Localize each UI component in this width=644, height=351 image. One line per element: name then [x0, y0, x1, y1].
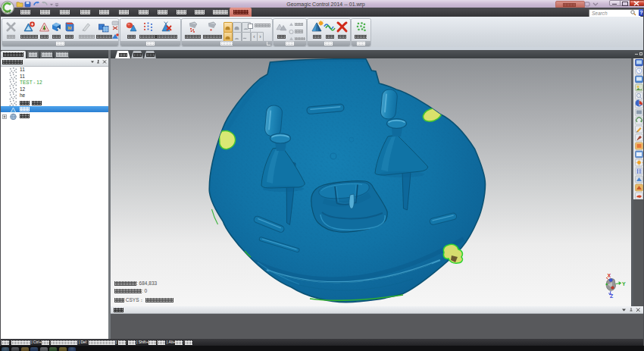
svg-text:Y: Y	[622, 281, 626, 287]
svg-text:M: M	[67, 26, 71, 30]
svg-text:3DS: 3DS	[5, 10, 11, 14]
svg-text:X: X	[608, 273, 611, 278]
